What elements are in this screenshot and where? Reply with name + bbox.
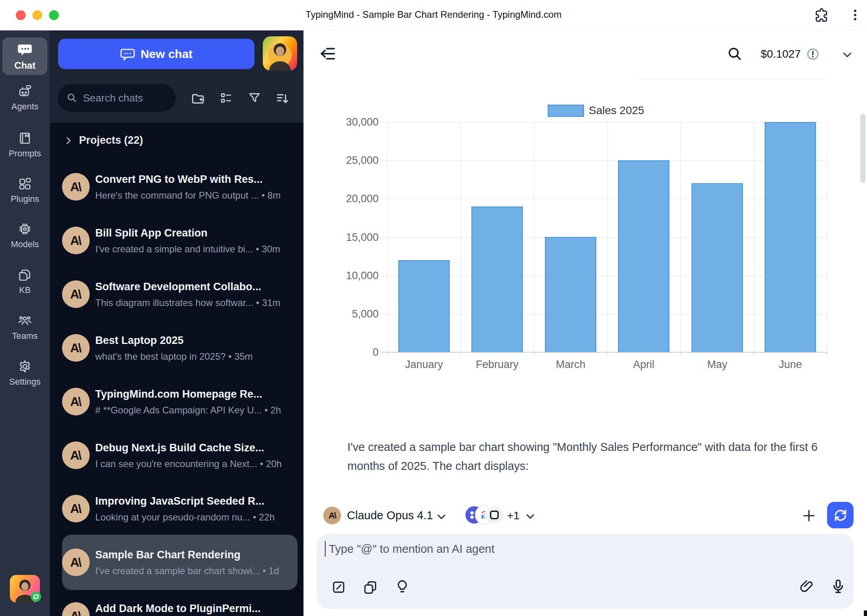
anthropic-avatar-icon: A\ — [62, 548, 90, 576]
y-tick-label: 20,000 — [327, 193, 379, 205]
legend-swatch[interactable] — [548, 105, 584, 117]
scrollbar-thumb[interactable] — [860, 114, 865, 183]
x-tick-label: January — [390, 359, 458, 371]
chat-title: Best Laptop 2025 — [95, 334, 184, 347]
chat-title: Improving JavaScript Seeded R... — [95, 495, 264, 507]
anthropic-avatar-icon: A\ — [62, 334, 90, 362]
extensions-puzzle-icon[interactable] — [814, 7, 829, 23]
chat-bubble-icon — [17, 42, 33, 58]
chat-subtitle: Looking at your pseudo-random nu... • 22… — [95, 512, 275, 523]
nav-item-teams[interactable]: Teams — [0, 314, 50, 341]
templates-icon[interactable] — [363, 580, 378, 595]
lightbulb-icon[interactable] — [394, 579, 410, 595]
y-tick-label: 30,000 — [327, 116, 379, 128]
bar-june — [765, 122, 816, 352]
y-tick-label: 0 — [327, 346, 379, 359]
new-chat-button[interactable]: New chat — [58, 39, 254, 69]
manage-list-icon[interactable] — [219, 91, 233, 105]
chat-search-icon[interactable] — [727, 46, 743, 62]
y-tick-label: 10,000 — [327, 270, 379, 282]
plugins-chevron-down-icon[interactable] — [524, 510, 537, 523]
chat-title: TypingMind.com Homepage Re... — [95, 388, 262, 400]
y-tick-label: 15,000 — [327, 231, 379, 244]
attachment-icon[interactable] — [799, 579, 815, 595]
nav-item-label: KB — [19, 285, 30, 295]
search-chats-input[interactable] — [82, 92, 167, 105]
model-chevron-down-icon[interactable] — [435, 511, 448, 523]
chat-list-item[interactable]: A\Improving JavaScript Seeded R...Lookin… — [62, 481, 298, 536]
bar-january — [398, 260, 450, 352]
cost-warning-icon[interactable] — [806, 47, 820, 61]
x-tick-label: June — [757, 359, 824, 371]
pages-icon — [18, 268, 32, 282]
y-tick-label: 5,000 — [327, 308, 379, 320]
chat-list-item[interactable]: A\Add Dark Mode to PluginPermi... — [62, 588, 298, 616]
nav-item-plugins[interactable]: Plugins — [0, 177, 50, 204]
chat-list-item[interactable]: A\Debug Next.js Build Cache Size...I can… — [62, 428, 298, 483]
chat-title: Software Development Collabo... — [95, 281, 261, 293]
legend-label[interactable]: Sales 2025 — [589, 104, 644, 117]
app-window: TypingMind - Sample Bar Chart Rendering … — [0, 0, 867, 616]
plugins-more-count[interactable]: +1 — [507, 509, 520, 522]
composer-input[interactable] — [328, 542, 796, 565]
model-selector[interactable]: Claude Opus 4.1 — [347, 509, 433, 522]
add-button[interactable] — [801, 508, 816, 523]
header-chevron-down-icon[interactable] — [841, 48, 854, 62]
axis-tick — [754, 352, 754, 355]
gridline — [827, 122, 827, 352]
chat-list-item[interactable]: A\Software Development Collabo...This di… — [62, 267, 298, 322]
chat-list-item[interactable]: A\TypingMind.com Homepage Re...# **Googl… — [62, 374, 298, 429]
axis-tick — [827, 352, 827, 355]
gridline — [382, 237, 827, 238]
chat-list-item[interactable]: A\Best Laptop 2025what's the best laptop… — [62, 320, 298, 376]
sync-status-badge — [31, 592, 41, 602]
gridline — [461, 122, 461, 352]
chat-list-item[interactable]: A\Convert PNG to WebP with Res...Here's … — [62, 159, 298, 214]
anthropic-avatar-icon: A\ — [62, 495, 90, 522]
nav-item-label: Prompts — [9, 148, 41, 159]
chat-title: Bill Split App Creation — [95, 227, 207, 239]
new-chat-bubble-icon — [120, 47, 135, 62]
nav-item-models[interactable]: Models — [0, 222, 50, 250]
nav-item-agents[interactable]: Agents — [0, 84, 50, 112]
nav-item-chat-active[interactable]: Chat — [2, 38, 47, 75]
anthropic-avatar-icon: A\ — [62, 173, 90, 201]
search-chats-box[interactable] — [58, 84, 176, 112]
nav-item-kb[interactable]: KB — [0, 268, 50, 295]
corner-mark — [864, 610, 867, 616]
chip-icon — [18, 222, 32, 236]
window-title: TypingMind - Sample Bar Chart Rendering … — [0, 9, 867, 20]
chat-subtitle: # **Google Ads Campaign: API Key U... • … — [95, 405, 281, 416]
chat-list-item[interactable]: A\Sample Bar Chart RenderingI've created… — [62, 535, 298, 590]
bar-may — [692, 183, 743, 352]
header-divider — [637, 79, 827, 79]
gridline — [754, 122, 754, 352]
axis-tick — [680, 352, 681, 355]
chat-subtitle: what's the best laptop in 2025? • 35m — [95, 351, 253, 362]
sort-icon[interactable] — [275, 91, 290, 105]
window-titlebar: TypingMind - Sample Bar Chart Rendering … — [0, 0, 867, 31]
chat-title: Add Dark Mode to PluginPermi... — [95, 603, 261, 615]
chat-subtitle: I can see you're encountering a Next... … — [95, 458, 282, 470]
x-tick-label: March — [537, 359, 604, 371]
chat-list-item[interactable]: A\Bill Split App CreationI've created a … — [62, 213, 298, 268]
y-tick-label: 25,000 — [327, 154, 379, 167]
regenerate-button[interactable] — [827, 502, 854, 528]
nav-item-settings[interactable]: Settings — [0, 359, 50, 387]
bar-april — [618, 160, 669, 352]
user-avatar-top[interactable] — [263, 36, 297, 71]
cost-badge[interactable]: $0.1027 — [761, 48, 801, 60]
compose-note-icon[interactable] — [331, 580, 346, 595]
new-folder-icon[interactable] — [191, 91, 205, 105]
plugin-icon-3[interactable] — [484, 505, 504, 525]
chevron-right-icon — [63, 135, 74, 146]
filter-icon[interactable] — [248, 91, 261, 105]
nav-item-label: Settings — [9, 377, 41, 387]
projects-section-toggle[interactable]: Projects (22) — [63, 134, 143, 146]
bar-march — [545, 237, 596, 352]
nav-item-prompts[interactable]: Prompts — [0, 131, 50, 159]
microphone-icon[interactable] — [830, 578, 846, 595]
composer[interactable] — [317, 534, 854, 609]
browser-menu-icon[interactable] — [848, 8, 862, 22]
collapse-sidebar-icon[interactable] — [319, 45, 336, 62]
